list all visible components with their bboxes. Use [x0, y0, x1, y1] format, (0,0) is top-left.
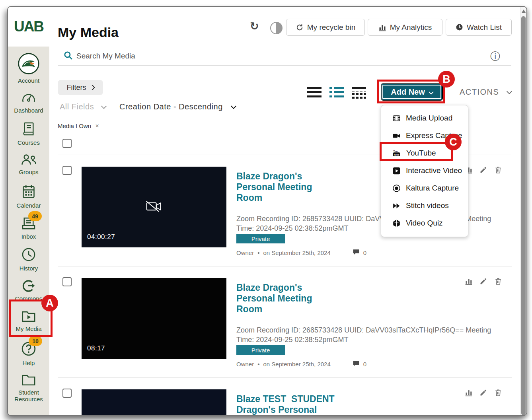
chevron-down-icon — [101, 103, 107, 109]
add-new-label: Add New — [391, 88, 425, 97]
media-meta: Owner • on September 25th, 2024 0 — [236, 360, 366, 368]
video-camera-icon — [392, 132, 401, 140]
sidebar-item-label: Courses — [8, 139, 49, 146]
contrast-toggle-icon[interactable] — [270, 22, 283, 34]
remove-filter-icon[interactable]: × — [95, 122, 99, 129]
privacy-badge: Private — [236, 234, 285, 243]
add-new-menu: Media Upload Express Capture YouTube You… — [381, 105, 468, 237]
sidebar-item-account[interactable]: Account — [8, 53, 49, 84]
edit-icon[interactable] — [479, 277, 487, 287]
chevron-right-icon — [89, 85, 95, 90]
privacy-badge: Private — [236, 345, 285, 355]
annotation-badge-c: C — [445, 134, 462, 150]
menu-item-kaltura-capture[interactable]: Kaltura Capture — [381, 179, 468, 197]
media-meta: Owner • on September 25th, 2024 0 — [236, 249, 366, 257]
sort-dropdown[interactable]: Creation Date - Descending — [119, 102, 236, 111]
scrollbar[interactable] — [520, 7, 526, 415]
my-recycle-bin-label: My recycle bin — [307, 23, 355, 32]
menu-item-media-upload[interactable]: Media Upload — [381, 109, 468, 127]
svg-text:Tube: Tube — [394, 153, 399, 156]
delete-icon[interactable] — [494, 389, 502, 398]
view-toggle-list-icon[interactable] — [329, 87, 344, 99]
edit-icon[interactable] — [479, 166, 487, 175]
edit-icon[interactable] — [479, 389, 487, 398]
view-toggle-grid-icon[interactable] — [352, 87, 366, 99]
search-input[interactable]: Search My Media — [76, 52, 135, 60]
uab-logo[interactable]: UAB — [8, 7, 49, 47]
menu-item-stitch-videos[interactable]: Stitch videos — [381, 197, 468, 214]
media-title-link[interactable]: Blaze Dragon's Personal Meeting Room — [236, 282, 326, 315]
media-row-checkbox[interactable] — [62, 389, 72, 398]
comment-icon — [353, 360, 360, 368]
analytics-icon[interactable] — [465, 389, 473, 398]
row-divider — [58, 377, 512, 378]
all-fields-label: All Fields — [60, 102, 94, 111]
my-recycle-bin-button[interactable]: My recycle bin — [286, 19, 365, 36]
svg-text:You: You — [393, 150, 398, 152]
refresh-icon[interactable]: ↻ — [250, 20, 259, 33]
duration-label: 04:00:27 — [87, 233, 115, 241]
camera-off-icon — [145, 200, 163, 214]
filter-tag-media-i-own[interactable]: Media I Own × — [58, 122, 99, 130]
menu-item-label: Media Upload — [406, 114, 452, 122]
menu-item-label: Interactive Video — [406, 166, 462, 175]
record-icon — [392, 184, 401, 192]
app-window: UAB Account Dashboard Courses Groups — [7, 6, 527, 416]
media-title-link[interactable]: Blaze Dragon's Personal Meeting Room — [236, 171, 326, 203]
my-analytics-button[interactable]: My Analytics — [368, 19, 442, 36]
delete-icon[interactable] — [494, 166, 502, 175]
menu-item-interactive-video[interactable]: Interactive Video — [381, 162, 468, 179]
fast-forward-icon — [392, 202, 401, 210]
delete-icon[interactable] — [494, 277, 502, 287]
filters-button[interactable]: Filters — [58, 80, 103, 95]
info-icon[interactable]: ⓘ — [490, 50, 500, 63]
date-label: on September 25th, 2024 — [263, 249, 330, 256]
menu-item-video-quiz[interactable]: Video Quiz — [381, 214, 468, 232]
select-all-checkbox[interactable] — [62, 139, 72, 148]
media-row-checkbox[interactable] — [62, 277, 72, 286]
uab-logo-text: UAB — [14, 18, 43, 35]
comment-count: 0 — [363, 361, 366, 368]
my-analytics-label: My Analytics — [390, 23, 432, 32]
menu-item-label: Stitch videos — [406, 201, 449, 210]
watch-list-button[interactable]: Watch List — [446, 19, 512, 36]
scrollbar-thumb[interactable] — [521, 16, 526, 415]
media-row-checkbox[interactable] — [62, 166, 72, 175]
menu-item-label: YouTube — [406, 149, 436, 158]
youtube-icon: YouTube — [392, 149, 401, 158]
search-icon[interactable] — [63, 51, 73, 62]
sidebar-item-label: Dashboard — [8, 107, 49, 114]
media-thumbnail[interactable] — [82, 389, 226, 416]
sidebar-item-dashboard[interactable]: Dashboard — [8, 91, 49, 114]
sidebar-item-courses[interactable]: Courses — [8, 121, 49, 146]
bar-chart-icon — [378, 23, 386, 31]
page-title: My Media — [58, 25, 119, 40]
dot-separator: • — [257, 361, 259, 368]
date-label: on September 25th, 2024 — [263, 361, 330, 368]
comment-icon — [353, 249, 360, 257]
media-row: Blaze TEST_STUDENT Dragon's Personal — [8, 381, 520, 416]
annotation-badge-b: B — [438, 71, 455, 88]
dashboard-icon — [21, 91, 36, 104]
add-new-button[interactable]: Add New — [381, 83, 443, 101]
media-row-actions — [465, 166, 502, 175]
search-divider — [58, 65, 511, 66]
scroll-up-arrow-icon[interactable] — [522, 10, 526, 13]
media-thumbnail[interactable]: 04:00:27 — [82, 167, 226, 247]
chevron-down-icon — [507, 89, 512, 94]
media-description: Zoom Recording ID: 2685733428 UUID: DaVV… — [236, 325, 505, 344]
media-row: 08:17 Blaze Dragon's Personal Meeting Ro… — [8, 269, 520, 381]
comment-count: 0 — [363, 249, 366, 256]
analytics-icon[interactable] — [465, 277, 473, 287]
account-avatar-icon — [18, 53, 39, 74]
watch-clock-icon — [456, 23, 463, 31]
media-title-link[interactable]: Blaze TEST_STUDENT Dragon's Personal — [236, 394, 348, 415]
view-toggle-collapsed-icon[interactable] — [307, 87, 322, 99]
actions-dropdown[interactable]: ACTIONS — [460, 88, 511, 97]
book-icon — [21, 121, 36, 136]
sidebar-item-label: Account — [8, 77, 49, 84]
media-row-actions — [465, 277, 502, 287]
all-fields-dropdown[interactable]: All Fields — [60, 102, 106, 111]
media-thumbnail[interactable]: 08:17 — [82, 278, 226, 359]
duration-label: 08:17 — [87, 344, 105, 352]
